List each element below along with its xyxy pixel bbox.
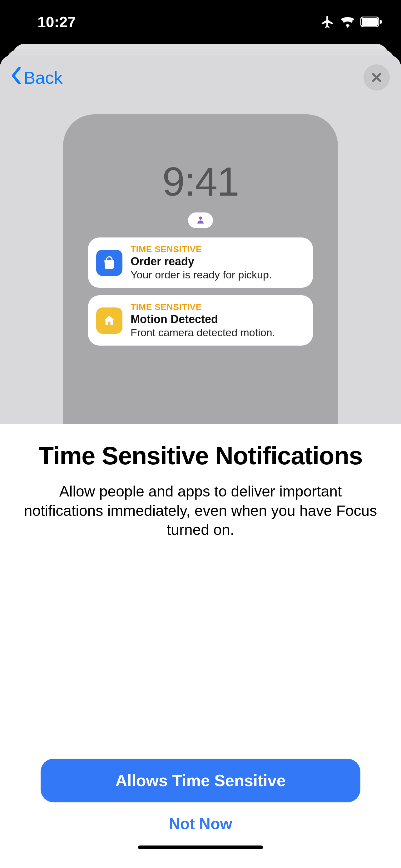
modal-sheet: Back 9:41 TIME SENSITI [0,55,401,868]
home-indicator[interactable] [138,845,263,849]
not-now-button[interactable]: Not Now [169,815,232,833]
secondary-button-label: Not Now [169,815,232,833]
svg-rect-2 [380,20,381,24]
example-notification: TIME SENSITIVE Order ready Your order is… [88,238,313,288]
home-icon [96,307,123,334]
card-stack [0,44,401,56]
svg-point-3 [199,217,202,220]
allow-time-sensitive-button[interactable]: Allows Time Sensitive [41,758,360,802]
page-title: Time Sensitive Notifications [38,442,362,469]
person-icon [196,215,205,226]
svg-rect-1 [362,18,378,26]
notification-tag: TIME SENSITIVE [131,302,305,312]
page-description: Allow people and apps to deliver importa… [22,482,379,539]
status-time: 10:27 [37,13,76,31]
sheet-illustration-area: Back 9:41 TIME SENSITI [0,55,401,424]
notification-body: Your order is ready for pickup. [131,269,305,281]
back-label: Back [24,67,63,88]
phone-mock: 9:41 TIME SENSITIVE Order ready Your ord… [63,114,338,424]
status-bar: 10:27 [0,0,401,44]
notification-body: Front camera detected motion. [131,327,305,339]
airplane-mode-icon [321,15,335,29]
wifi-icon [340,16,355,28]
chevron-left-icon [10,67,23,88]
notification-title: Motion Detected [131,313,305,326]
notification-title: Order ready [131,255,305,268]
primary-button-label: Allows Time Sensitive [115,771,286,790]
close-icon [371,71,382,84]
close-button[interactable] [364,64,390,91]
notification-tag: TIME SENSITIVE [131,244,305,254]
example-notification: TIME SENSITIVE Motion Detected Front cam… [88,295,313,346]
bag-icon [96,250,123,276]
phone-mock-time: 9:41 [162,158,239,205]
sheet-content-area: Time Sensitive Notifications Allow peopl… [0,424,401,868]
status-icons [321,15,382,29]
battery-icon [360,17,382,27]
back-button[interactable]: Back [10,67,63,88]
focus-avatar-pill [188,213,213,228]
